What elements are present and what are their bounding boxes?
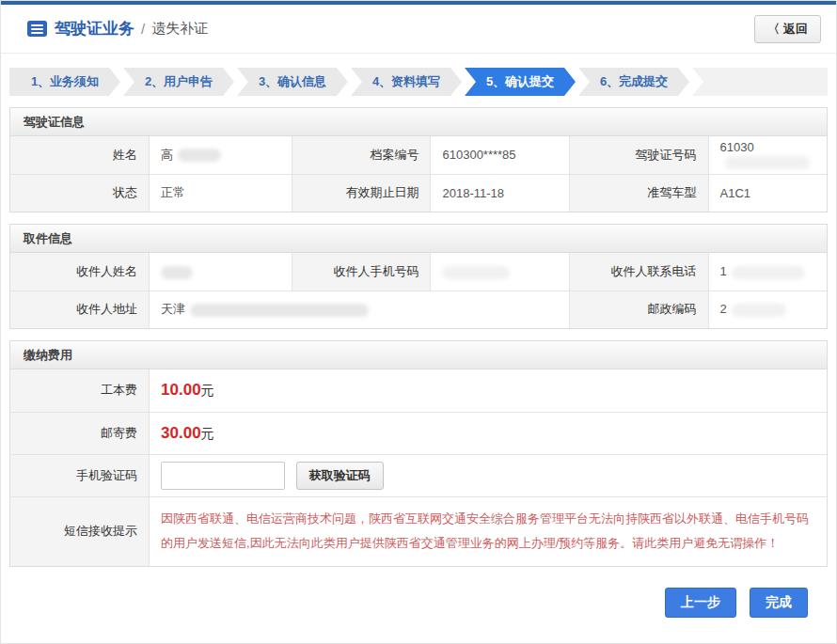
redaction-smudge <box>161 266 193 279</box>
currency-unit: 元 <box>201 426 214 441</box>
back-button[interactable]: 〈返回 <box>754 15 821 43</box>
name-label: 姓名 <box>10 136 150 174</box>
recipient-name-value <box>150 253 292 291</box>
license-number-value: 61030 <box>708 136 827 174</box>
table-row: 收件人姓名 收件人手机号码 收件人联系电话 1 <box>10 253 827 291</box>
currency-unit: 元 <box>201 383 214 398</box>
table-row: 收件人地址 天津 邮政编码 2 <box>10 291 827 328</box>
get-code-button[interactable]: 获取验证码 <box>296 462 384 490</box>
step-2-declaration: 2、用户申告 <box>123 68 234 96</box>
recipient-phone-label: 收件人联系电话 <box>570 253 709 291</box>
expiry-date-label: 有效期止日期 <box>292 174 431 212</box>
expiry-date-value: 2018-11-18 <box>431 174 570 212</box>
recipient-mobile-label: 收件人手机号码 <box>292 253 431 291</box>
recipient-phone-value: 1 <box>708 253 827 291</box>
recipient-mobile-value <box>431 253 570 291</box>
sms-code-label: 手机验证码 <box>10 454 150 496</box>
production-fee-value: 10.00元 <box>150 369 827 412</box>
table-row: 短信接收提示 因陕西省联通、电信运营商技术问题，陕西省互联网交通安全综合服务管理… <box>10 496 827 566</box>
redaction-smudge <box>732 266 805 279</box>
recipient-name-label: 收件人姓名 <box>10 253 150 291</box>
production-fee-label: 工本费 <box>10 369 150 412</box>
step-wizard: 1、业务须知 2、用户申告 3、确认信息 4、资料填写 5、确认提交 6、完成提… <box>9 68 828 96</box>
back-button-label: 返回 <box>783 21 808 38</box>
vehicle-class-value: A1C1 <box>708 174 827 212</box>
recipient-address-value: 天津 <box>150 291 570 328</box>
file-number-label: 档案编号 <box>292 136 431 174</box>
list-icon <box>27 21 47 37</box>
fees-table: 工本费 10.00元 邮寄费 30.00元 手机验证码 获取验证码 短信接收提示… <box>10 369 827 566</box>
table-row: 状态 正常 有效期止日期 2018-11-18 准驾车型 A1C1 <box>10 174 827 212</box>
license-number-label: 驾驶证号码 <box>570 136 709 174</box>
license-info-table: 姓名 高 档案编号 610300****85 驾驶证号码 61030 状态 正常… <box>10 136 827 212</box>
breadcrumb-current: 遗失补证 <box>151 20 208 38</box>
step-track-filler <box>692 68 828 96</box>
step-6-finish: 6、完成提交 <box>578 68 689 96</box>
status-value: 正常 <box>150 174 292 212</box>
file-number-value: 610300****85 <box>431 136 570 174</box>
name-value: 高 <box>150 136 292 174</box>
sms-notice-text: 因陕西省联通、电信运营商技术问题，陕西省互联网交通安全综合服务管理平台无法向持陕… <box>161 499 815 563</box>
chevron-left-icon: 〈 <box>767 21 780 38</box>
license-info-section: 驾驶证信息 姓名 高 档案编号 610300****85 驾驶证号码 61030… <box>9 107 828 212</box>
pickup-info-table: 收件人姓名 收件人手机号码 收件人联系电话 1 收件人地址 天津 邮政编码 2 <box>10 253 827 328</box>
sms-code-cell: 获取验证码 <box>150 454 827 496</box>
fees-section-title: 缴纳费用 <box>10 341 827 369</box>
postcode-label: 邮政编码 <box>570 291 709 328</box>
header: 驾驶证业务 / 遗失补证 〈返回 <box>1 5 836 54</box>
pickup-info-section: 取件信息 收件人姓名 收件人手机号码 收件人联系电话 1 收件人地址 天津 邮政… <box>9 224 828 329</box>
redaction-smudge <box>190 304 369 317</box>
postage-fee-value: 30.00元 <box>150 412 827 454</box>
postcode-value: 2 <box>708 291 827 328</box>
breadcrumb-divider: / <box>141 21 145 37</box>
pickup-section-title: 取件信息 <box>10 225 827 253</box>
table-row: 工本费 10.00元 <box>10 369 827 412</box>
redaction-smudge <box>732 304 786 317</box>
page: 驾驶证业务 / 遗失补证 〈返回 1、业务须知 2、用户申告 3、确认信息 4、… <box>0 0 837 644</box>
status-label: 状态 <box>10 174 150 212</box>
table-row: 手机验证码 获取验证码 <box>10 454 827 496</box>
step-4-fill-data: 4、资料填写 <box>351 68 462 96</box>
vehicle-class-label: 准驾车型 <box>570 174 709 212</box>
step-5-confirm-submit-active: 5、确认提交 <box>465 68 576 96</box>
sms-code-input[interactable] <box>161 462 285 490</box>
postage-fee-amount: 30.00 <box>161 424 201 442</box>
license-section-title: 驾驶证信息 <box>10 108 827 136</box>
step-3-confirm-info: 3、确认信息 <box>237 68 348 96</box>
step-1-notice: 1、业务须知 <box>9 68 120 96</box>
postage-fee-label: 邮寄费 <box>10 412 150 454</box>
recipient-address-label: 收件人地址 <box>10 291 150 328</box>
redaction-smudge <box>178 149 221 162</box>
page-title: 驾驶证业务 <box>55 18 134 39</box>
finish-button[interactable]: 完成 <box>750 588 808 618</box>
redaction-smudge <box>442 266 510 279</box>
redaction-smudge <box>725 156 810 169</box>
production-fee-amount: 10.00 <box>161 381 201 399</box>
sms-notice-cell: 因陕西省联通、电信运营商技术问题，陕西省互联网交通安全综合服务管理平台无法向持陕… <box>150 496 827 566</box>
sms-notice-label: 短信接收提示 <box>10 496 150 566</box>
table-row: 邮寄费 30.00元 <box>10 412 827 454</box>
footer-actions: 上一步 完成 <box>1 588 808 618</box>
previous-step-button[interactable]: 上一步 <box>665 588 736 618</box>
table-row: 姓名 高 档案编号 610300****85 驾驶证号码 61030 <box>10 136 827 174</box>
fees-section: 缴纳费用 工本费 10.00元 邮寄费 30.00元 手机验证码 获取验证码 短… <box>9 340 828 567</box>
